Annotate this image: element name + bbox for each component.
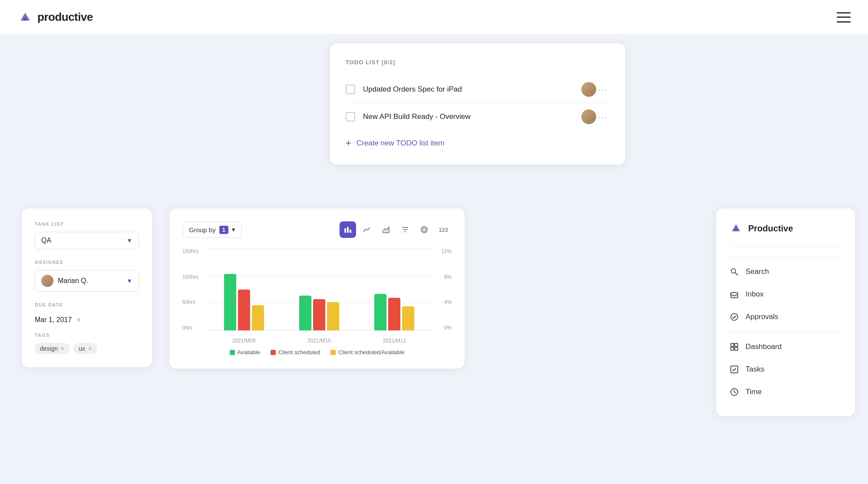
sidebar-item-label: Search — [746, 267, 769, 276]
table-row: New API Build Ready - Overview ··· — [346, 103, 610, 131]
chart-filter-view-button[interactable] — [397, 221, 413, 238]
create-todo-label: Create new TODO list item — [356, 139, 445, 148]
y-axis-label-150: 150hrs — [182, 248, 204, 254]
chart-donut-view-button[interactable] — [416, 221, 432, 238]
todo-checkbox-1[interactable] — [346, 85, 355, 94]
todo-checkbox-2[interactable] — [346, 112, 355, 122]
chart-bar-view-button[interactable] — [340, 221, 356, 238]
chart-bars-area — [206, 248, 432, 331]
sidebar-item-search[interactable]: Search — [729, 260, 842, 283]
chart-x-labels: 2021/M09 2021/M10 2021/M11 — [206, 338, 432, 344]
y-axis-right-12: 12% — [434, 248, 452, 254]
line-chart-icon — [363, 226, 371, 234]
sidebar-item-inbox[interactable]: Inbox — [729, 283, 842, 306]
due-date-value: Mar 1, 2017 ✕ — [35, 316, 139, 324]
create-todo-button[interactable]: + Create new TODO list item — [346, 138, 610, 149]
hamburger-line-1 — [837, 12, 851, 13]
right-sidebar: Productive Search Inbox Approvals — [716, 208, 855, 416]
tag-design-text: design — [40, 345, 58, 352]
plus-icon: + — [346, 138, 351, 149]
group-by-label: Group by — [189, 226, 216, 234]
y-axis-right-0: 0% — [434, 325, 452, 331]
svg-rect-3 — [350, 230, 351, 233]
bar-group-2 — [299, 296, 339, 330]
chart-area: 150hrs 100hrs 50hrs 0hrs 12% 8% 4% 0% — [182, 248, 452, 344]
hamburger-button[interactable] — [837, 12, 851, 23]
legend-available: Available — [230, 349, 261, 356]
svg-rect-16 — [735, 347, 738, 350]
task-list-card: TASK LIST QA ▼ ASSIGNEE Marian Q. ▼ DUE … — [22, 208, 152, 367]
chart-view-controls: 123 — [340, 221, 452, 238]
sidebar-item-label: Inbox — [746, 290, 764, 299]
sidebar-item-label: Tasks — [746, 365, 764, 374]
logo-text: productive — [37, 10, 93, 24]
y-axis-label-0: 0hrs — [182, 325, 204, 331]
sidebar-logo-text: Productive — [748, 224, 793, 234]
legend-client-scheduled-dot — [271, 350, 276, 355]
group-by-badge: 1 — [219, 226, 228, 234]
approvals-icon — [729, 312, 739, 322]
y-axis-label-50: 50hrs — [182, 299, 204, 305]
todo-item-text-2: New API Build Ready - Overview — [363, 112, 581, 121]
todo-card: TODO LIST [0/2] Updated Orders Spec for … — [330, 43, 625, 165]
table-row: Updated Orders Spec for iPad ··· — [346, 76, 610, 103]
task-list-value: QA — [41, 237, 51, 244]
number-label: 123 — [439, 227, 448, 233]
bar-group-1 — [224, 274, 264, 330]
bar-group3-client-scheduled — [388, 298, 400, 330]
legend-client-scheduled-label: Client scheduled — [278, 349, 320, 356]
task-list-dropdown[interactable]: QA ▼ — [35, 232, 139, 249]
legend-available-dot — [230, 350, 235, 355]
tags-container: design ✕ ux ✕ — [35, 343, 139, 354]
sidebar-item-time[interactable]: Time — [729, 381, 842, 403]
svg-point-12 — [731, 313, 738, 320]
group-by-arrow-icon: ▾ — [232, 226, 235, 234]
main-content: TODO LIST [0/2] Updated Orders Spec for … — [0, 35, 868, 484]
sidebar-divider-2 — [729, 332, 842, 332]
tag-design-remove-button[interactable]: ✕ — [60, 346, 65, 352]
tag-ux-text: ux — [79, 345, 85, 352]
assignee-name: Marian Q. — [58, 277, 88, 285]
legend-client-scheduled: Client scheduled — [271, 349, 320, 356]
assignee-dropdown[interactable]: Marian Q. ▼ — [35, 270, 139, 292]
due-date-clear-button[interactable]: ✕ — [76, 316, 81, 323]
legend-client-scheduled-available-dot — [330, 350, 336, 355]
tag-design: design ✕ — [35, 343, 70, 354]
chart-area-view-button[interactable] — [378, 221, 394, 238]
x-label-2: 2021/M10 — [307, 338, 330, 344]
chart-number-view-button[interactable]: 123 — [435, 221, 452, 238]
chart-legend: Available Client scheduled Client schedu… — [182, 349, 452, 356]
sidebar-item-label: Dashboard — [746, 342, 782, 351]
svg-line-10 — [735, 273, 738, 275]
tags-label: TAGS — [35, 333, 139, 338]
legend-available-label: Available — [238, 349, 261, 356]
x-label-1: 2021/M09 — [232, 338, 255, 344]
todo-item-text-1: Updated Orders Spec for iPad — [363, 85, 581, 94]
group-by-button[interactable]: Group by 1 ▾ — [182, 222, 242, 238]
due-date-text: Mar 1, 2017 — [35, 316, 72, 324]
sidebar-item-dashboard[interactable]: Dashboard — [729, 336, 842, 358]
dashboard-icon — [729, 342, 739, 352]
bar-group1-client-scheduled — [238, 290, 250, 330]
tasks-icon — [729, 364, 739, 375]
tag-ux: ux ✕ — [73, 343, 97, 354]
logo-icon — [17, 10, 33, 25]
svg-rect-13 — [731, 343, 734, 346]
tag-ux-remove-button[interactable]: ✕ — [88, 346, 92, 352]
bar-group-3 — [374, 294, 414, 330]
sidebar-divider — [729, 257, 842, 257]
todo-more-button-2[interactable]: ··· — [596, 112, 610, 122]
sidebar-item-approvals[interactable]: Approvals — [729, 306, 842, 328]
svg-rect-0 — [23, 18, 28, 20]
bar-group1-client-scheduled-available — [252, 305, 264, 330]
bar-group2-client-scheduled — [313, 299, 325, 330]
todo-title: TODO LIST [0/2] — [346, 59, 610, 66]
todo-more-button-1[interactable]: ··· — [596, 85, 610, 95]
hamburger-line-3 — [837, 21, 851, 23]
assignee-label: ASSIGNEE — [35, 260, 139, 265]
sidebar-item-tasks[interactable]: Tasks — [729, 358, 842, 381]
chart-header: Group by 1 ▾ — [182, 221, 452, 238]
svg-rect-2 — [347, 227, 349, 233]
chart-line-view-button[interactable] — [359, 221, 375, 238]
svg-point-8 — [422, 228, 426, 231]
